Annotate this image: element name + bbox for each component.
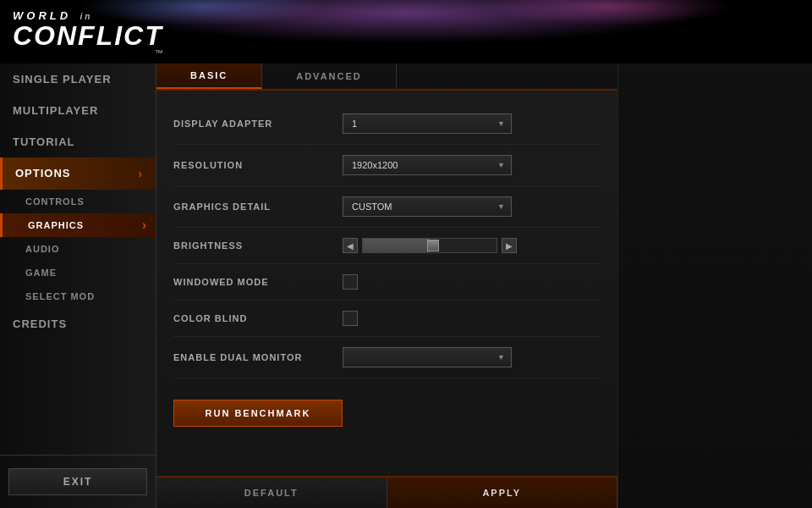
logo-conflict-label: CONFLICT [13, 22, 163, 49]
setting-row-color-blind: COLOR BLIND [173, 301, 601, 337]
setting-row-resolution: RESOLUTION 1920x1200 1680x1050 1440x900 … [173, 145, 601, 186]
graphics-detail-dropdown[interactable]: CUSTOM LOW MEDIUM HIGH ULTRA [343, 196, 512, 217]
sidebar-item-options-label: OPTIONS [15, 167, 71, 179]
sidebar-item-multiplayer[interactable]: MULTIPLAYER [0, 95, 156, 126]
brightness-decrease-button[interactable]: ◀ [343, 238, 358, 253]
brightness-slider-track[interactable] [362, 238, 497, 253]
windowed-mode-control [343, 274, 601, 290]
sidebar-item-graphics[interactable]: GRAPHICS [0, 213, 156, 237]
header: WORLD in CONFLICT ™ [0, 0, 812, 64]
resolution-label: RESOLUTION [173, 160, 343, 170]
brightness-label: BRIGHTNESS [173, 240, 343, 251]
dual-monitor-select[interactable]: ON OFF [343, 347, 512, 367]
color-blind-control [343, 311, 601, 326]
tabs-bar: BASIC ADVANCED [156, 64, 617, 91]
benchmark-container: RUN BENCHMARK [173, 378, 601, 427]
color-blind-checkbox[interactable] [343, 311, 358, 326]
graphics-detail-label: GRAPHICS DETAIL [173, 202, 343, 212]
windowed-mode-checkbox[interactable] [343, 274, 358, 290]
brightness-slider-fill [363, 239, 430, 252]
windowed-mode-label: WINDOWED MODE [173, 277, 343, 287]
sidebar-bottom: EXIT [0, 455, 156, 508]
brightness-increase-button[interactable]: ▶ [502, 238, 517, 253]
dual-monitor-label: ENABLE DUAL MONITOR [173, 352, 343, 362]
sidebar-item-audio[interactable]: AUDIO [0, 237, 156, 261]
exit-button[interactable]: EXIT [8, 468, 147, 495]
dual-monitor-control: ON OFF [343, 347, 601, 367]
logo: WORLD in CONFLICT ™ [13, 8, 163, 61]
display-adapter-dropdown[interactable]: 1 2 [343, 113, 512, 134]
setting-row-brightness: BRIGHTNESS ◀ ▶ [173, 228, 601, 264]
sidebar-item-options[interactable]: OPTIONS › [0, 157, 156, 190]
sidebar-item-game[interactable]: GAME [0, 261, 156, 284]
default-button[interactable]: DEFAULT [156, 478, 387, 508]
footer-bar: DEFAULT APPLY [156, 476, 617, 508]
resolution-dropdown[interactable]: 1920x1200 1680x1050 1440x900 1280x800 10… [343, 155, 512, 175]
sidebar-item-controls[interactable]: CONTROLS [0, 190, 156, 213]
dual-monitor-dropdown[interactable]: ON OFF [343, 347, 512, 367]
main-layout: SINGLE PLAYER MULTIPLAYER TUTORIAL OPTIO… [0, 64, 812, 508]
graphics-detail-select[interactable]: CUSTOM LOW MEDIUM HIGH ULTRA [343, 196, 512, 217]
right-decorative-panel [617, 64, 812, 508]
graphics-detail-control: CUSTOM LOW MEDIUM HIGH ULTRA [343, 196, 601, 217]
sidebar-item-select-mod[interactable]: SELECT MOD [0, 284, 156, 308]
sidebar-item-tutorial[interactable]: TUTORIAL [0, 126, 156, 157]
tab-basic[interactable]: BASIC [156, 64, 262, 89]
brightness-slider-thumb[interactable] [427, 240, 439, 251]
options-expand-icon: › [138, 167, 143, 180]
resolution-select[interactable]: 1920x1200 1680x1050 1440x900 1280x800 10… [343, 155, 512, 175]
run-benchmark-button[interactable]: RUN BENCHMARK [173, 400, 343, 427]
setting-row-display-adapter: DISPLAY ADAPTER 1 2 [173, 103, 601, 145]
sidebar-item-credits[interactable]: CREDITS [0, 308, 156, 340]
logo-trademark: ™ [155, 49, 163, 58]
content-panel: BASIC ADVANCED DISPLAY ADAPTER 1 2 [156, 64, 617, 508]
brightness-slider-container: ◀ ▶ [343, 238, 601, 253]
brightness-control: ◀ ▶ [343, 238, 601, 253]
setting-row-dual-monitor: ENABLE DUAL MONITOR ON OFF [173, 337, 601, 378]
display-adapter-label: DISPLAY ADAPTER [173, 119, 343, 129]
resolution-control: 1920x1200 1680x1050 1440x900 1280x800 10… [343, 155, 601, 175]
apply-button[interactable]: APPLY [387, 478, 618, 508]
tab-advanced[interactable]: ADVANCED [262, 64, 397, 89]
display-adapter-select[interactable]: 1 2 [343, 113, 512, 134]
display-adapter-control: 1 2 [343, 113, 601, 134]
sidebar: SINGLE PLAYER MULTIPLAYER TUTORIAL OPTIO… [0, 64, 156, 508]
setting-row-windowed-mode: WINDOWED MODE [173, 264, 601, 301]
setting-row-graphics-detail: GRAPHICS DETAIL CUSTOM LOW MEDIUM HIGH U… [173, 186, 601, 228]
sidebar-item-single-player[interactable]: SINGLE PLAYER [0, 64, 156, 95]
color-blind-label: COLOR BLIND [173, 313, 343, 323]
sidebar-spacer [0, 340, 156, 455]
settings-content: DISPLAY ADAPTER 1 2 RESOLUTION [156, 91, 617, 476]
